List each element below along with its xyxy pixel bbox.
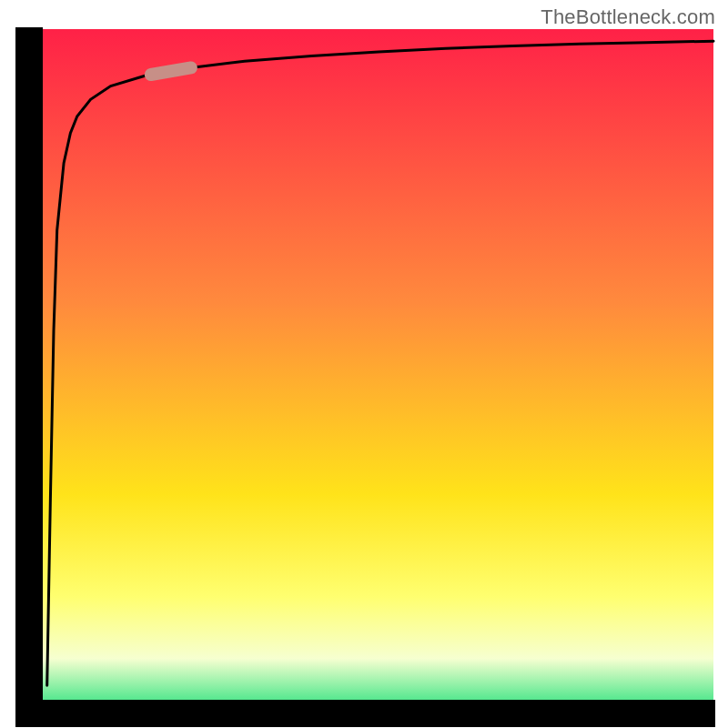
plot-background (29, 29, 713, 713)
watermark-text: TheBottleneck.com (541, 5, 715, 29)
bottleneck-chart (0, 0, 728, 728)
chart-container: TheBottleneck.com (0, 0, 728, 728)
curve-marker (151, 67, 191, 75)
